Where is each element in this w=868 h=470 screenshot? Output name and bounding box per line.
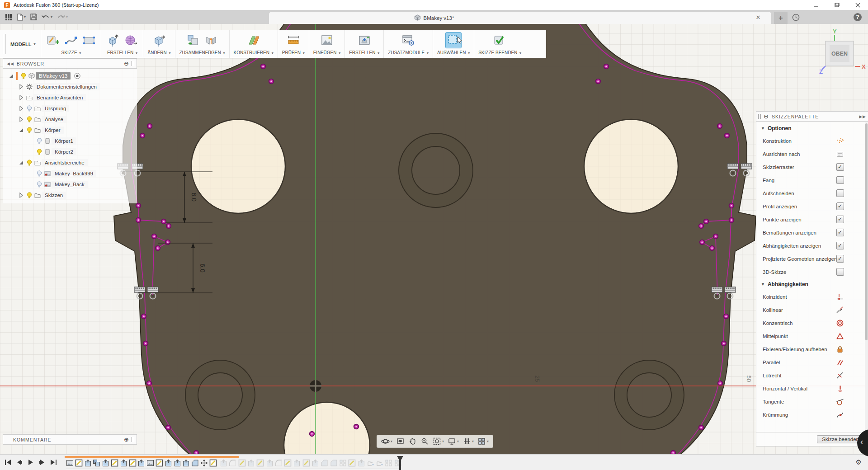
plane-icon[interactable] [246, 33, 261, 48]
timeline-feature-extrude-rolled-back[interactable] [311, 459, 319, 467]
tree-item-label[interactable]: BMakey v13 [36, 72, 71, 80]
timeline-feature-extrude-rolled-back[interactable] [293, 459, 301, 467]
timeline-feature-extrude[interactable] [102, 459, 109, 467]
create-sketch-icon[interactable] [45, 33, 61, 48]
konstruktion-icon[interactable] [834, 137, 846, 145]
lotrecht-icon[interactable] [834, 371, 846, 380]
palette-item-krümmung[interactable]: Krümmung [756, 408, 868, 421]
browser-item-k-rper[interactable]: Körper [3, 125, 137, 136]
extrude-icon[interactable] [105, 33, 121, 48]
browser-grip[interactable] [132, 61, 134, 66]
toolbar-group-label[interactable]: SKIZZE BEENDEN ▾ [478, 50, 521, 55]
timeline-feature-extrude[interactable] [120, 459, 127, 467]
timeline-feature-sketch[interactable] [111, 459, 118, 467]
palette-item-tangente[interactable]: Tangente [756, 395, 868, 408]
timeline-feature-extrude[interactable] [84, 459, 92, 467]
tree-expander-icon[interactable] [17, 127, 25, 134]
palette-item-fang[interactable]: Fang [756, 174, 868, 187]
timeline-feature-sketch-rolled-back[interactable] [284, 459, 292, 467]
timeline-feature-pattern-rolled-back[interactable] [339, 459, 347, 467]
palette-remove-icon[interactable]: ⊖ [764, 113, 769, 119]
rectangle-icon[interactable] [81, 33, 97, 48]
timeline-feature-chamfer-rolled-back[interactable] [330, 459, 338, 467]
browser-item-makey-back999[interactable]: Makey_Back999 [3, 168, 137, 179]
tree-item-label[interactable]: Ansichtsbereiche [42, 159, 88, 166]
visibility-bulb-icon[interactable] [35, 148, 43, 155]
checkbox-unchecked[interactable] [836, 189, 844, 197]
fixieren-icon[interactable] [834, 345, 846, 353]
timeline-feature-extrude[interactable] [182, 459, 190, 467]
palette-item-skizzierraster[interactable]: Skizzierraster✓ [756, 160, 868, 174]
viewcube[interactable]: Y OBEN X Z [819, 27, 868, 74]
scripts-icon[interactable] [401, 33, 416, 48]
palette-section-abhängigkeiten[interactable]: ▼Abhängigkeiten [756, 278, 868, 290]
toolbar-group-label[interactable]: KONSTRUIEREN ▾ [234, 50, 274, 55]
timeline-skip-start-icon[interactable] [4, 457, 13, 467]
undo-button[interactable]: ▾ [40, 12, 54, 23]
press-pull-icon[interactable] [151, 33, 167, 48]
kruemmung-icon[interactable] [834, 411, 846, 419]
timeline-play-icon[interactable] [26, 457, 35, 467]
toolbar-group-label[interactable]: ZUSAMMENFÜGEN ▾ [179, 50, 225, 55]
timeline-feature-extrude[interactable] [137, 459, 145, 467]
checkbox-checked[interactable]: ✓ [836, 255, 844, 263]
timeline-feature-fillet-rolled-back[interactable] [275, 459, 283, 467]
visibility-bulb-icon[interactable] [25, 116, 33, 123]
finish-sketch-icon[interactable] [492, 33, 508, 48]
timeline-feature-chamfer[interactable] [191, 459, 199, 467]
timeline-feature-sketch-rolled-back[interactable] [348, 459, 356, 467]
browser-remove-icon[interactable]: ⊖ [124, 61, 129, 66]
new-tab-button[interactable]: + [774, 12, 788, 24]
save-button[interactable] [29, 12, 38, 23]
timeline-step-forward-icon[interactable] [38, 457, 47, 467]
minimize-button[interactable] [806, 0, 826, 10]
palette-section-optionen[interactable]: ▼Optionen [756, 122, 868, 134]
timeline-feature-sketch[interactable] [156, 459, 163, 467]
timeline-feature-component-rolled-back[interactable] [376, 459, 383, 467]
palette-item-ausrichten-nach[interactable]: Ausrichten nach [756, 147, 868, 160]
palette-item-kollinear[interactable]: Kollinear [756, 303, 868, 316]
visibility-bulb-icon[interactable] [35, 170, 43, 177]
palette-item-abhängigkeiten-anzeigen[interactable]: Abhängigkeiten anzeigen✓ [756, 239, 868, 252]
timeline-settings-gear-icon[interactable]: ⚙ [856, 458, 862, 466]
tree-item-label[interactable]: Körper2 [52, 148, 76, 155]
browser-collapse-icon[interactable]: ◀◀ [7, 61, 14, 66]
tree-expander-icon[interactable] [17, 116, 25, 123]
tree-expander-icon[interactable] [17, 192, 25, 199]
toolbar-group-label[interactable]: AUSWÄHLEN ▾ [437, 50, 470, 55]
palette-item-konstruktion[interactable]: Konstruktion [756, 134, 868, 147]
palette-item-fixieren-fixierung-aufheben[interactable]: Fixieren/Fixierung aufheben [756, 343, 868, 356]
timeline-feature-extrude-rolled-back[interactable] [247, 459, 255, 467]
timeline-feature-extrude[interactable] [165, 459, 172, 467]
viewports-icon[interactable]: ▾ [476, 437, 490, 446]
konzentrisch-icon[interactable] [834, 319, 846, 327]
spline-icon[interactable] [63, 33, 79, 48]
timeline-feature-sketch-rolled-back[interactable] [238, 459, 246, 467]
timeline-feature-sketch[interactable] [75, 459, 83, 467]
horizontal-constraint-icon[interactable] [147, 287, 158, 292]
toolbar-group-label[interactable]: ÄNDERN ▾ [147, 50, 170, 55]
visibility-bulb-icon[interactable] [25, 159, 33, 166]
timeline-feature-fillet-rolled-back[interactable] [229, 459, 236, 467]
redo-button[interactable]: ▾ [56, 12, 69, 23]
timeline-skip-end-icon[interactable] [49, 457, 58, 467]
timeline-feature-canvas[interactable] [146, 459, 154, 467]
tree-expander-icon[interactable] [17, 105, 25, 112]
mittelpunkt-icon[interactable] [834, 332, 846, 340]
palette-item-horizontal-vertikal[interactable]: Horizontal / Vertikal [756, 382, 868, 395]
toolbar-group-label[interactable]: ERSTELLEN ▾ [349, 50, 379, 55]
toolbar-group-label[interactable]: ZUSATZMODULE ▾ [388, 50, 429, 55]
close-button[interactable] [847, 0, 868, 10]
dimension-label-upper[interactable]: 6.0 [190, 193, 198, 202]
browser-item-makey-back[interactable]: Makey_Back [3, 179, 137, 190]
palette-item-parallel[interactable]: Parallel [756, 356, 868, 369]
palette-item-aufschneiden[interactable]: Aufschneiden [756, 187, 868, 200]
tree-item-label[interactable]: Körper [42, 127, 64, 134]
horizontal-vertikal-icon[interactable] [834, 385, 846, 393]
tree-expander-icon[interactable] [17, 83, 25, 90]
zoom-icon[interactable] [419, 437, 430, 446]
workspace-selector[interactable]: MODELL▾ [7, 30, 41, 58]
browser-item-dokumenteneinstellungen[interactable]: Dokumenteneinstellungen [3, 81, 137, 92]
koinzident-icon[interactable] [834, 293, 846, 301]
tree-item-label[interactable]: Benannte Ansichten [33, 94, 86, 101]
